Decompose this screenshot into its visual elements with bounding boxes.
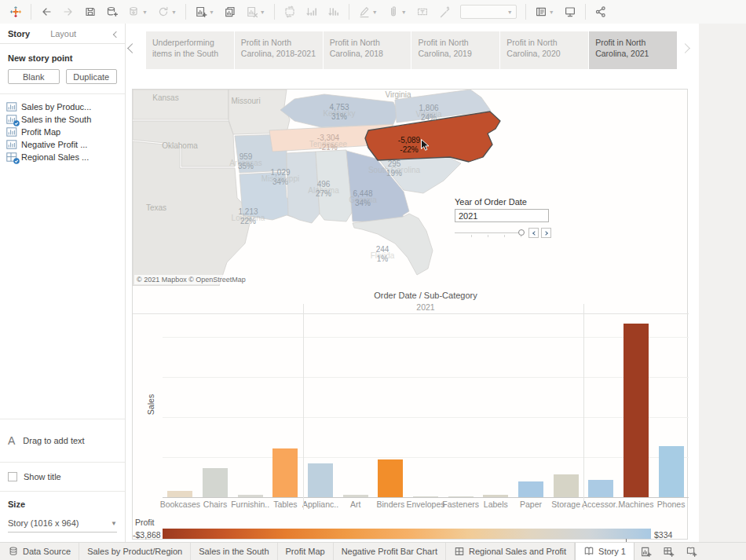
tab-sales-in-the-south[interactable]: Sales in the South	[191, 543, 277, 560]
tab-data-source[interactable]: Data Source	[0, 543, 79, 560]
bar-binders[interactable]	[378, 459, 403, 497]
bar-chairs[interactable]	[203, 468, 228, 497]
workspace-background	[699, 24, 746, 542]
show-title-checkbox[interactable]	[8, 472, 17, 481]
update-story-icon	[279, 0, 301, 24]
state-name-label: Virginia	[385, 90, 411, 99]
bar-paper[interactable]	[518, 481, 543, 497]
story-point-tab[interactable]: Profit in North Carolina, 2018-2021	[235, 31, 323, 69]
year-filter-slider[interactable]	[455, 228, 552, 239]
sort-descending-icon	[323, 0, 345, 24]
new-dashboard-button[interactable]	[657, 543, 680, 560]
slider-next-button[interactable]	[541, 228, 551, 238]
save-icon[interactable]	[79, 0, 101, 24]
state-florida[interactable]	[353, 214, 433, 275]
tab-story-1[interactable]: Story 1	[575, 543, 634, 560]
tab-negative-profit-bar-chart[interactable]: Negative Profit Bar Chart	[334, 543, 446, 560]
blank-button[interactable]: Blank	[8, 69, 60, 84]
year-filter-input[interactable]: 2021	[455, 209, 549, 222]
sheet-tab-bar: Data SourceSales by Product/RegionSales …	[0, 542, 746, 560]
show-title-label: Show title	[24, 472, 61, 481]
sheet-item[interactable]: Regional Sales ...	[5, 151, 120, 163]
state-value-label: -5,089-22%	[398, 136, 420, 155]
bar-accessor[interactable]	[588, 480, 613, 497]
mark-label-icon	[411, 0, 433, 24]
bar-bookcases[interactable]	[167, 491, 192, 497]
x-axis-label: Tables	[273, 500, 297, 509]
slider-handle[interactable]	[518, 229, 525, 236]
share-icon[interactable]	[590, 0, 612, 24]
new-data-source-icon[interactable]	[101, 0, 123, 24]
bar-storage[interactable]	[554, 474, 579, 497]
new-story-point-label: New story point	[0, 44, 125, 68]
sheet-item[interactable]: Profit Map	[5, 126, 120, 138]
tab-sales-by-product-region[interactable]: Sales by Product/Region	[79, 543, 191, 560]
bar-labels[interactable]	[483, 495, 508, 497]
tab-regional-sales-and-profit[interactable]: Regional Sales and Profit	[446, 543, 575, 560]
state-kansas[interactable]	[133, 90, 229, 119]
highlight-pen-icon: ▼	[353, 0, 382, 24]
panel-tabs: Story Layout	[0, 24, 125, 44]
legend-max-value: $334	[654, 530, 672, 540]
bar-tables[interactable]	[272, 448, 298, 497]
extract-icon: ▼	[123, 0, 152, 24]
state-value-label: -3,304-21%	[317, 134, 339, 152]
new-worksheet-icon[interactable]: ▼	[190, 0, 219, 24]
story-book-icon	[583, 546, 594, 557]
bar-art[interactable]	[343, 495, 368, 497]
x-axis-label: Chairs	[203, 500, 227, 509]
new-story-button[interactable]	[680, 543, 703, 560]
tab-layout[interactable]: Layout	[50, 29, 76, 38]
story-point-tab[interactable]: Profit in North Carolina, 2020	[500, 31, 588, 69]
x-axis-label: Paper	[520, 500, 542, 509]
story-point-tab[interactable]: Profit in North Carolina, 2021	[589, 31, 677, 69]
legend-min-value: -$3,868	[133, 530, 159, 540]
size-dropdown[interactable]: Story (1016 x 964) ▼	[8, 518, 117, 533]
redo-icon	[57, 0, 79, 24]
tab-profit-map[interactable]: Profit Map	[278, 543, 334, 560]
story-nav-next-icon[interactable]	[682, 41, 689, 55]
drag-to-add-text[interactable]: A Drag to add text	[0, 419, 125, 462]
duplicate-sheet-icon[interactable]	[219, 0, 241, 24]
bar-envelopes[interactable]	[413, 496, 438, 498]
undo-icon[interactable]	[35, 0, 57, 24]
presentation-mode-icon[interactable]	[559, 0, 581, 24]
bar-furnishin[interactable]	[238, 495, 263, 497]
bar-applianc[interactable]	[308, 463, 333, 497]
state-name-label: Oklahoma	[162, 141, 198, 150]
worksheet-icon	[6, 127, 17, 137]
state-value-label: 95935%	[238, 152, 254, 171]
sheet-label: Sales in the South	[21, 115, 91, 124]
show-cards-icon[interactable]: ▼	[530, 0, 559, 24]
bar-fasteners[interactable]	[448, 496, 474, 498]
duplicate-button[interactable]: Duplicate	[66, 69, 118, 84]
new-worksheet-button[interactable]	[634, 543, 657, 560]
database-icon	[8, 546, 19, 557]
story-point-tab[interactable]: Underperforming items in the South	[146, 31, 234, 69]
slider-previous-button[interactable]	[528, 228, 539, 238]
chart-title: Order Date / Sub-Category	[163, 291, 689, 300]
bar-phones[interactable]	[659, 446, 684, 497]
sheet-item[interactable]: Sales by Produc...	[5, 101, 120, 113]
story-point-tab[interactable]: Profit in North Carolina, 2019	[411, 31, 499, 69]
profit-map: KansasMissouriOklahomaTexasKentucky4,753…	[133, 90, 689, 286]
x-axis-label: Phones	[657, 500, 686, 509]
fix-axes-wand-icon	[433, 0, 455, 24]
bar-machines[interactable]	[623, 324, 649, 497]
sheet-label: Sales by Produc...	[21, 102, 91, 112]
sheet-item[interactable]: Negative Profit ...	[5, 138, 120, 151]
tableau-logo[interactable]	[5, 0, 27, 24]
toolbar: ▼▼▼▼▼▼▼▼	[0, 0, 746, 24]
map-attribution: © 2021 Mapbox © OpenStreetMap	[134, 275, 248, 284]
worksheet-icon	[6, 140, 17, 149]
sheet-item[interactable]: Sales in the South	[5, 113, 120, 126]
story-point-tab[interactable]: Profit in North Carolina, 2018	[324, 31, 411, 69]
drag-text-label: Drag to add text	[23, 436, 84, 445]
y-axis-label: Sales	[146, 394, 155, 415]
legend-gradient[interactable]	[163, 529, 651, 539]
tab-story[interactable]: Story	[8, 29, 30, 38]
x-axis-label: Bookcases	[160, 500, 200, 509]
sales-bar-chart: Order Date / Sub-Category 2021 Sales 0K2…	[133, 286, 689, 518]
story-nav-previous-icon[interactable]	[129, 41, 136, 55]
collapse-panel-icon[interactable]	[114, 29, 119, 38]
